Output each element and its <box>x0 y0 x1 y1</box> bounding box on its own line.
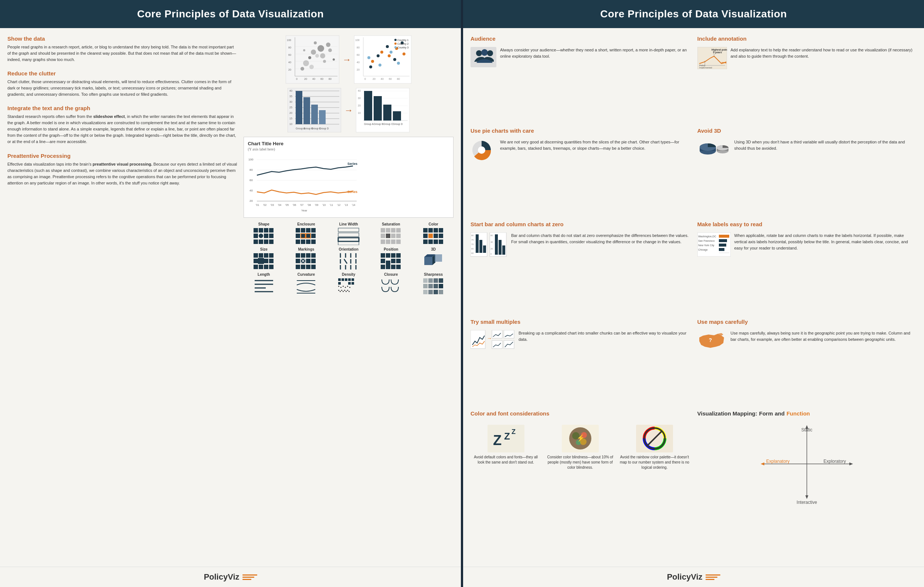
preattentive-sharpness: Sharpness <box>413 272 454 295</box>
svg-text:0: 0 <box>365 77 366 80</box>
color-visual <box>422 228 445 245</box>
line-chart-svg: 100 80 60 40 20 <box>248 153 358 212</box>
make-labels-icon: Washington,DC San Francisco New York Cit… <box>698 232 731 258</box>
svg-rect-306 <box>483 246 486 253</box>
pie-chart-icon <box>470 139 497 161</box>
right-panel-header: Core Principles of Data Visualization <box>463 0 924 28</box>
scatter-arrow: → <box>342 55 351 65</box>
density-label: Density <box>342 272 355 277</box>
svg-rect-147 <box>306 228 310 232</box>
svg-text:60: 60 <box>471 252 474 254</box>
svg-rect-210 <box>311 265 316 269</box>
svg-text:'13: '13 <box>345 204 348 206</box>
svg-text:'04: '04 <box>278 204 281 206</box>
svg-rect-140 <box>269 234 274 238</box>
preattentive-closure: Closure <box>371 272 411 295</box>
svg-rect-175 <box>434 228 438 232</box>
svg-rect-162 <box>386 228 390 232</box>
audience-title: Audience <box>470 35 690 42</box>
start-zero-chart-icon: 80 75 70 65 60 80 40 20 <box>470 232 507 258</box>
viz-mapping-title-area: Visualization Mapping: Form and Function <box>698 410 917 417</box>
left-footer-logo: PolicyViz <box>204 572 239 582</box>
section-make-labels: Make labels easy to read Washington,DC S… <box>698 221 917 311</box>
svg-rect-201 <box>296 259 300 263</box>
footer-line-1 <box>243 574 257 575</box>
svg-rect-304 <box>476 234 478 253</box>
svg-rect-200 <box>311 253 316 258</box>
svg-text:'11: '11 <box>330 204 333 206</box>
svg-rect-195 <box>264 265 268 269</box>
svg-text:Washington,DC: Washington,DC <box>698 235 716 238</box>
line-chart-title: Chart Title Here <box>248 141 449 147</box>
svg-rect-226 <box>396 253 401 258</box>
svg-text:65: 65 <box>471 248 474 250</box>
svg-text:'08: '08 <box>307 204 311 206</box>
preattentive-body: Effective data visualization taps into t… <box>7 161 238 186</box>
annotation-chart-icon: Highest point in 5 years Policy Implemen… <box>698 47 727 69</box>
svg-text:San Francisco: San Francisco <box>698 239 715 242</box>
closure-label: Closure <box>384 272 398 277</box>
svg-point-17 <box>300 67 304 71</box>
viz-mapping-title-and: and <box>775 410 785 417</box>
svg-text:80: 80 <box>490 234 493 237</box>
svg-rect-223 <box>381 253 385 258</box>
svg-rect-82 <box>319 110 326 124</box>
section-reduce-clutter: Reduce the clutter Chart clutter, those … <box>7 70 238 97</box>
svg-rect-172 <box>396 239 401 244</box>
use-maps-inner: ? Use maps carefully, always being sure … <box>698 330 917 352</box>
density-visual <box>337 278 360 295</box>
svg-rect-143 <box>264 239 268 244</box>
svg-rect-196 <box>269 265 274 269</box>
svg-text:10: 10 <box>358 112 361 114</box>
color-font-title: Color and font considerations <box>470 410 690 417</box>
left-text-column: Show the data People read graphs in a re… <box>7 35 238 559</box>
svg-rect-194 <box>259 265 263 269</box>
integrate-text-title: Integrate the text and the graph <box>7 105 238 111</box>
svg-rect-169 <box>381 239 385 244</box>
preattentive-markings: Markings <box>286 247 327 270</box>
curvature-label: Curvature <box>297 272 315 277</box>
preattentive-position: Position <box>371 247 411 270</box>
left-footer-lines <box>243 574 257 580</box>
svg-rect-278 <box>439 290 443 294</box>
svg-rect-323 <box>719 248 724 251</box>
avoid-3d-inner: Using 3D when you don't have a third var… <box>698 139 917 161</box>
svg-text:New York City: New York City <box>698 244 714 247</box>
show-data-text: People read graphs in a research report,… <box>7 44 238 63</box>
svg-rect-329 <box>492 340 502 349</box>
svg-point-30 <box>333 58 335 61</box>
svg-point-19 <box>308 56 311 59</box>
saturation-label: Saturation <box>382 222 400 226</box>
svg-point-20 <box>311 49 316 55</box>
svg-text:80: 80 <box>356 46 360 49</box>
svg-text:'05: '05 <box>285 204 289 206</box>
svg-rect-141 <box>254 239 258 244</box>
section-show-data: Show the data People read graphs in a re… <box>7 35 238 63</box>
small-multiples-title: Try small multiples <box>470 319 690 325</box>
right-content-grid: Audience Always consider your audience—w… <box>463 28 924 567</box>
svg-rect-179 <box>434 234 438 238</box>
svg-text:Exploratory: Exploratory <box>823 459 846 464</box>
svg-rect-266 <box>348 291 350 292</box>
svg-point-25 <box>303 49 305 51</box>
use-maps-text: Use maps carefully, always being sure it… <box>731 330 917 343</box>
start-zero-text: Bar and column charts that do not start … <box>511 232 690 245</box>
svg-rect-166 <box>386 234 390 238</box>
svg-point-24 <box>326 43 330 47</box>
svg-rect-152 <box>311 234 316 238</box>
viz-mapping-title-form: Form <box>759 410 773 417</box>
svg-text:60: 60 <box>320 77 323 80</box>
svg-rect-312 <box>495 234 498 255</box>
svg-text:10: 10 <box>289 123 292 125</box>
svg-point-56 <box>389 51 393 54</box>
preattentive-orientation: Orientation <box>328 247 369 270</box>
section-small-multiples: Try small multiples → <box>470 319 690 403</box>
use-maps-usa-icon: ? <box>698 330 727 350</box>
zzz-icon: Z Z Z <box>487 425 525 452</box>
svg-rect-174 <box>428 228 433 232</box>
svg-rect-167 <box>391 234 396 238</box>
quadrant-container: Static Interactive Explanatory Explorato… <box>698 420 917 508</box>
svg-rect-313 <box>498 240 502 255</box>
svg-rect-247 <box>345 278 347 281</box>
svg-point-26 <box>309 65 314 69</box>
